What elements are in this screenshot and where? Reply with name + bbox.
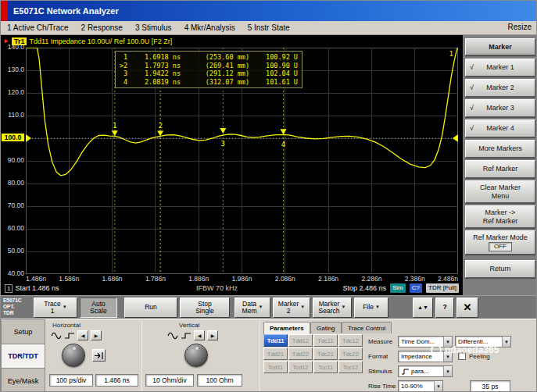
rise-time-value[interactable]: 35 ps bbox=[470, 380, 510, 392]
marker-readout-row: 42.0819 ns(312.07 mm)101.61 U bbox=[120, 78, 298, 87]
parameter-button-tcd11[interactable]: Tcd11 bbox=[263, 361, 288, 373]
parameter-button-tdd22[interactable]: Tdd22 bbox=[288, 347, 313, 360]
vertical-ref-readout[interactable]: 100 Ohm bbox=[197, 374, 242, 387]
stimulus-select[interactable]: para...▼ bbox=[398, 365, 453, 377]
horizontal-left-button[interactable]: ◀ bbox=[77, 330, 88, 340]
svg-text:3: 3 bbox=[221, 140, 225, 148]
softkey-marker-4[interactable]: √Marker 4 bbox=[465, 119, 535, 137]
arrow-to-bar-button[interactable] bbox=[92, 349, 106, 362]
check-mark: √ bbox=[470, 63, 474, 72]
y-axis-label: 120.0 bbox=[1, 88, 24, 96]
tab-tdr-tdt[interactable]: TDR/TDT bbox=[1, 344, 45, 369]
horizontal-ref-readout[interactable]: 1.486 ns bbox=[95, 374, 138, 387]
parameter-button-tcc11[interactable]: Tcc11 bbox=[313, 361, 338, 373]
parameter-button-tdc22[interactable]: Tdc22 bbox=[338, 347, 363, 360]
parameter-button-tdd21[interactable]: Tdd21 bbox=[263, 347, 288, 360]
dropdown-arrow-icon: ▼ bbox=[63, 304, 67, 312]
up-down-button[interactable]: ▲▼ bbox=[413, 298, 433, 318]
vertical-right-button[interactable]: ▶ bbox=[207, 330, 218, 340]
parameter-grid: Tdd11Tdd12Tdc11Tdc12Tdd21Tdd22Tdc21Tdc22… bbox=[263, 334, 366, 373]
menu-response[interactable]: 2 Response bbox=[81, 23, 123, 32]
parameter-button-tdd11[interactable]: Tdd11 bbox=[263, 334, 288, 347]
parameter-button-tcc12[interactable]: Tcc12 bbox=[338, 361, 363, 373]
auto-scale-button[interactable]: Auto Scale bbox=[80, 298, 117, 318]
title-bar: E5071C Network Analyzer bbox=[1, 1, 537, 21]
dropdown-arrow-icon: ▼ bbox=[300, 304, 305, 312]
x-axis-label: 1.686n bbox=[102, 275, 123, 283]
horizontal-scale-readout[interactable]: 100 ps/div bbox=[49, 374, 93, 387]
horizontal-knob[interactable] bbox=[62, 344, 85, 367]
softkey-clear-marker-menu[interactable]: Clear Marker Menu bbox=[465, 180, 535, 203]
watermark-logo bbox=[431, 344, 442, 355]
resize-button[interactable]: Resize bbox=[507, 23, 532, 31]
horizontal-right-button[interactable]: ▶ bbox=[91, 330, 102, 340]
parameter-button-tdd12[interactable]: Tdd12 bbox=[288, 334, 313, 347]
close-button[interactable]: ✕ bbox=[456, 298, 478, 318]
e5071c-window: E5071C Network Analyzer 1 Active Ch/Trac… bbox=[0, 0, 537, 392]
y-axis-label: 50.00 bbox=[1, 247, 24, 255]
tab-setup[interactable]: Setup bbox=[1, 319, 45, 344]
menu-mkr-analysis[interactable]: 4 Mkr/Analysis bbox=[184, 23, 235, 32]
marker-search-button[interactable]: Marker Search▼ bbox=[313, 298, 352, 318]
measure-label: Measure bbox=[368, 338, 392, 345]
trace-scale-text: Tdd11 Impedance 10.00U/ Ref 100.0U [F2 Z… bbox=[29, 37, 172, 45]
dropdown-arrow-icon[interactable]: ▼ bbox=[443, 366, 452, 376]
softkey-more-markers[interactable]: More Markers bbox=[465, 140, 535, 158]
softkey-ref-marker-mode[interactable]: Ref Marker ModeOFF bbox=[465, 230, 535, 255]
x-axis: 1.486n1.586n1.686n1.786n1.886n1.986n2.08… bbox=[1, 275, 463, 283]
parameter-button-tdc21[interactable]: Tdc21 bbox=[313, 347, 338, 360]
tab-trace-control[interactable]: Trace Control bbox=[342, 322, 392, 333]
stop-single-button[interactable]: Stop Single bbox=[180, 298, 230, 318]
x-axis-label: 2.486n bbox=[438, 275, 458, 283]
softkey-ref-marker[interactable]: Ref Marker bbox=[465, 160, 535, 178]
parameter-button-tdc11[interactable]: Tdc11 bbox=[313, 334, 338, 347]
marker-button[interactable]: Marker 2▼ bbox=[273, 298, 310, 318]
watermark: ndaoeda365 bbox=[431, 344, 499, 355]
svg-text:1: 1 bbox=[449, 50, 453, 58]
menu-stimulus[interactable]: 3 Stimulus bbox=[135, 23, 172, 32]
vertical-left-button[interactable]: ◀ bbox=[194, 330, 205, 340]
divider bbox=[260, 321, 260, 391]
data-mem-button[interactable]: Data Mem▼ bbox=[234, 298, 270, 318]
marker-readout-row: 31.9422 ns(291.12 mm)102.04 U bbox=[120, 69, 298, 78]
y-axis-label: 110.0 bbox=[1, 111, 24, 119]
trace-select-button[interactable]: Trace 1▼ bbox=[34, 298, 77, 318]
start-value: 1Start 1.486 ns bbox=[5, 284, 59, 293]
dropdown-arrow-icon: ▼ bbox=[258, 304, 263, 312]
x-axis-label: 2.286n bbox=[361, 275, 381, 283]
run-button[interactable]: Run bbox=[124, 298, 177, 318]
y-axis-label: 140.0 bbox=[1, 43, 24, 51]
softkey-menu-title: Marker bbox=[465, 38, 535, 55]
x-axis-label: 2.086n bbox=[275, 275, 295, 283]
dropdown-arrow-icon[interactable]: ▼ bbox=[434, 381, 442, 391]
tab-parameters[interactable]: Parameters bbox=[263, 322, 310, 334]
svg-text:2: 2 bbox=[158, 122, 162, 130]
sine-waveform-icon bbox=[51, 330, 62, 340]
vertical-knob[interactable] bbox=[184, 344, 208, 367]
menu-active-ch-trace[interactable]: 1 Active Ch/Trace bbox=[7, 23, 69, 32]
softkey-menu: Marker √Marker 1 √Marker 2 √Marker 3 √Ma… bbox=[463, 35, 537, 295]
parameter-button-tdc12[interactable]: Tdc12 bbox=[338, 334, 363, 347]
x-axis-label: 1.886n bbox=[188, 275, 209, 283]
tab-eye-mask[interactable]: Eye/Mask bbox=[1, 368, 45, 392]
y-axis-label: 80.00 bbox=[1, 179, 24, 187]
help-button[interactable]: ? bbox=[435, 298, 454, 318]
softkey-marker-3[interactable]: √Marker 3 bbox=[465, 99, 535, 117]
x-axis-label: 1.586n bbox=[59, 275, 79, 283]
device-option-label: E5071C OPT. TDR bbox=[3, 298, 33, 318]
vertical-scale-readout[interactable]: 10 Ohm/div bbox=[145, 374, 194, 387]
dropdown-arrow-icon[interactable]: ▼ bbox=[502, 337, 510, 347]
softkey-marker-to-ref-marker[interactable]: Marker -> Ref Marker bbox=[465, 205, 535, 228]
file-button[interactable]: File▼ bbox=[354, 298, 388, 318]
check-mark: √ bbox=[470, 124, 474, 133]
menu-instr-state[interactable]: 5 Instr State bbox=[248, 23, 290, 32]
parameter-button-tcd12[interactable]: Tcd12 bbox=[288, 361, 313, 373]
marker-readout-box: 11.6918 ns(253.60 mm)100.92 U>21.7973 ns… bbox=[115, 51, 303, 88]
channel-number: 1 bbox=[5, 284, 13, 293]
softkey-return[interactable]: Return bbox=[465, 260, 535, 278]
softkey-marker-1[interactable]: √Marker 1 bbox=[465, 59, 535, 77]
tab-gating[interactable]: Gating bbox=[310, 322, 342, 333]
step-waveform-icon bbox=[401, 369, 410, 375]
softkey-marker-2[interactable]: √Marker 2 bbox=[465, 79, 535, 97]
rise-time-select[interactable]: 10-90%▼ bbox=[398, 380, 443, 392]
